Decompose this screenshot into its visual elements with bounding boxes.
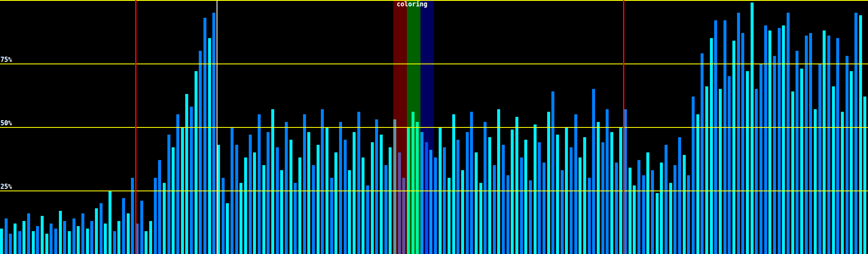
bar bbox=[466, 132, 469, 254]
bar bbox=[859, 15, 862, 254]
tick-label-75: 75% bbox=[0, 57, 12, 63]
bar bbox=[22, 221, 25, 254]
bar bbox=[176, 114, 179, 254]
bar bbox=[90, 221, 93, 254]
bar bbox=[493, 165, 496, 254]
bar bbox=[705, 86, 708, 254]
bar bbox=[122, 198, 125, 254]
bar bbox=[610, 132, 613, 254]
bar bbox=[353, 132, 356, 254]
bar bbox=[226, 203, 229, 254]
bar bbox=[104, 224, 107, 254]
bar bbox=[551, 91, 554, 254]
bar bbox=[529, 180, 532, 254]
bar bbox=[597, 122, 600, 254]
bar bbox=[701, 53, 704, 254]
coloring-label: coloring bbox=[397, 1, 427, 8]
bar bbox=[814, 109, 817, 254]
bar bbox=[77, 226, 80, 254]
bar bbox=[805, 36, 808, 254]
bar bbox=[208, 38, 211, 254]
bar bbox=[760, 64, 762, 254]
bar bbox=[45, 234, 48, 254]
bar bbox=[86, 229, 89, 254]
bar bbox=[669, 183, 672, 254]
bar bbox=[615, 163, 618, 254]
bar bbox=[601, 142, 604, 254]
bar bbox=[606, 109, 609, 254]
bar bbox=[782, 25, 785, 254]
bar bbox=[149, 221, 152, 254]
bar bbox=[520, 157, 523, 254]
bar bbox=[850, 71, 853, 254]
tick-label-50: 50% bbox=[0, 120, 12, 127]
bar bbox=[633, 185, 636, 254]
bar bbox=[54, 229, 57, 254]
bar bbox=[538, 142, 541, 254]
bar bbox=[646, 152, 649, 254]
bar bbox=[63, 221, 66, 254]
bar bbox=[827, 36, 830, 254]
bar bbox=[665, 145, 668, 254]
bar bbox=[629, 168, 632, 254]
bar bbox=[737, 13, 740, 254]
bar bbox=[561, 170, 564, 254]
bar bbox=[108, 190, 111, 254]
bar bbox=[502, 145, 505, 254]
bar bbox=[497, 109, 500, 254]
bar bbox=[642, 175, 645, 254]
bar bbox=[787, 13, 790, 254]
bar bbox=[732, 41, 735, 254]
bar bbox=[547, 112, 550, 254]
bar bbox=[140, 201, 143, 254]
bar bbox=[131, 178, 134, 254]
bar bbox=[755, 89, 758, 254]
bar bbox=[741, 33, 744, 254]
bar bbox=[14, 224, 17, 254]
bar bbox=[714, 20, 717, 254]
bar bbox=[344, 140, 347, 254]
bar bbox=[321, 109, 324, 254]
bar bbox=[678, 137, 681, 254]
bar bbox=[791, 91, 794, 254]
red-marker-line-2 bbox=[623, 0, 624, 254]
bar bbox=[366, 185, 369, 254]
bar bbox=[217, 145, 220, 254]
bar bbox=[475, 152, 478, 254]
bar bbox=[651, 170, 654, 254]
gridline-75 bbox=[0, 64, 868, 64]
bar bbox=[375, 119, 378, 254]
bar bbox=[348, 170, 351, 254]
bar bbox=[154, 178, 157, 254]
bar bbox=[534, 124, 537, 254]
gridline-25 bbox=[0, 190, 868, 191]
bar bbox=[832, 86, 835, 254]
bar bbox=[389, 147, 392, 254]
bar bbox=[41, 216, 44, 254]
bar bbox=[696, 114, 699, 254]
bar bbox=[285, 122, 288, 254]
bar bbox=[95, 208, 98, 254]
bar bbox=[222, 178, 225, 254]
bar bbox=[624, 109, 627, 254]
bar bbox=[212, 13, 215, 254]
bar bbox=[854, 13, 857, 254]
bar bbox=[443, 147, 446, 254]
bar bbox=[692, 97, 695, 254]
bar bbox=[841, 112, 844, 254]
bar bbox=[687, 175, 690, 254]
bar bbox=[294, 183, 297, 254]
bar bbox=[190, 107, 193, 254]
bar bbox=[312, 165, 315, 254]
bar bbox=[542, 163, 545, 254]
red-marker-line bbox=[135, 0, 136, 254]
bar bbox=[271, 109, 274, 254]
bar bbox=[488, 137, 491, 254]
bar bbox=[113, 231, 116, 254]
bar bbox=[127, 213, 130, 254]
bar bbox=[0, 229, 3, 254]
bar bbox=[32, 231, 35, 254]
bar bbox=[235, 145, 238, 254]
bar bbox=[809, 33, 812, 254]
bar bbox=[448, 178, 451, 254]
